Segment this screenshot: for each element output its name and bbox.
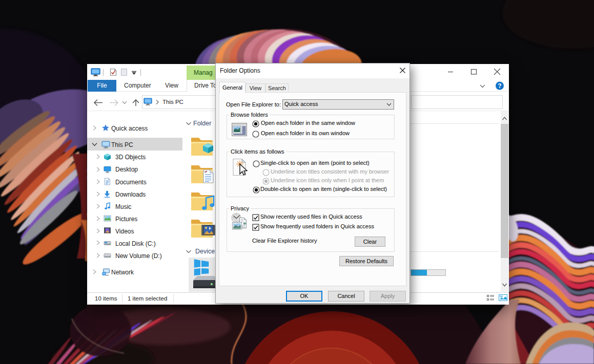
svg-text:?: ?: [498, 82, 501, 90]
